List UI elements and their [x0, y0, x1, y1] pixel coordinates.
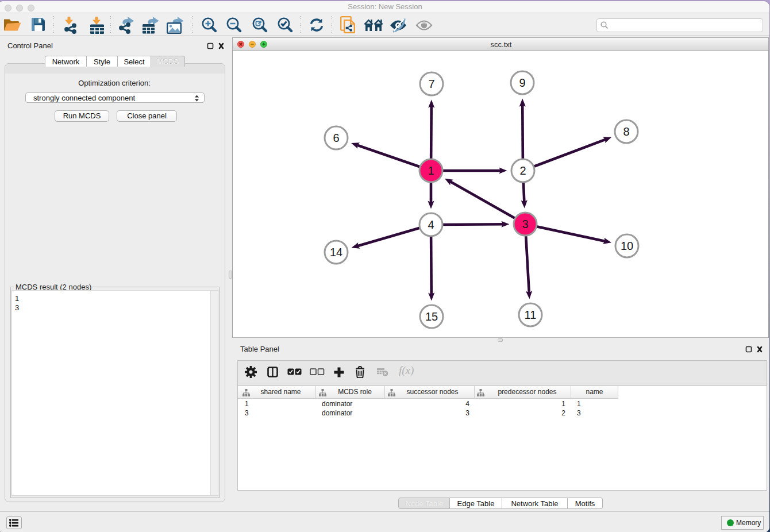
svg-text:8: 8	[623, 125, 629, 138]
svg-text:14: 14	[330, 246, 342, 259]
svg-text:1: 1	[428, 164, 434, 177]
svg-text:3: 3	[522, 218, 528, 230]
svg-text:15: 15	[425, 310, 438, 323]
svg-text:4: 4	[428, 218, 434, 231]
svg-text:10: 10	[621, 240, 633, 252]
svg-text:6: 6	[333, 132, 339, 144]
svg-text:9: 9	[519, 76, 525, 89]
svg-text:2: 2	[519, 164, 526, 177]
svg-text:7: 7	[428, 78, 434, 90]
svg-text:11: 11	[525, 309, 537, 321]
